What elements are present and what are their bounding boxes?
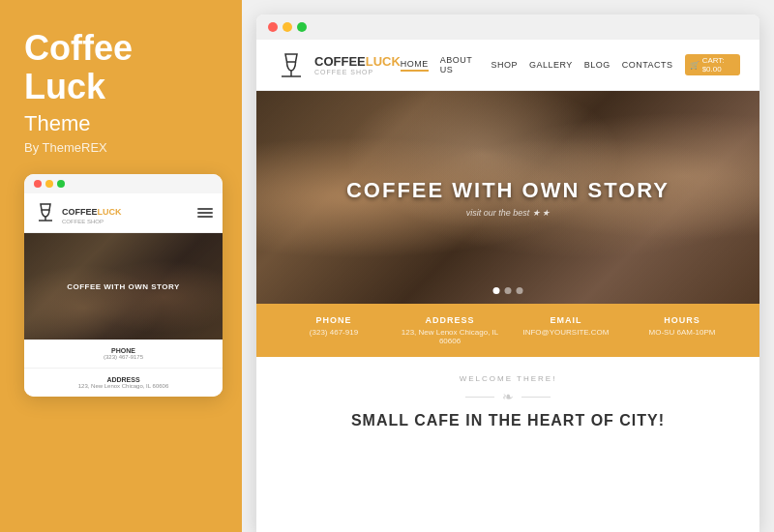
desktop-hero-title: COFFEE WITH OWN STORY [346,178,670,203]
desktop-logo-icon [276,49,307,80]
desktop-logo-brand: COFFEELUCK [314,54,401,69]
mobile-logo-sub: COFFEE SHOP [62,219,122,224]
nav-blog[interactable]: BLOG [584,60,610,70]
mobile-logo-icon [34,201,57,224]
info-phone: PHONE (323) 467-919 [276,315,392,345]
info-email-value: INFO@YOURSITE.COM [508,328,624,337]
info-address-label: ADDRESS [392,315,508,325]
browser-window: COFFEELUCK COFFEE SHOP HOME ABOUT US SHO… [256,15,759,532]
nav-about[interactable]: ABOUT US [440,55,480,74]
mobile-mockup: COFFEELUCK COFFEE SHOP COFFEE WITH OWN S… [24,174,223,397]
divider-line-left [465,397,494,398]
welcome-divider: ❧ [276,389,740,404]
mobile-hero-title: COFFEE WITH OWN STORY [67,282,180,291]
mobile-phone-section: PHONE (323) 467-9175 [24,340,223,368]
nav-contacts[interactable]: CONTACTS [622,60,673,70]
theme-subtitle: Theme [24,111,218,136]
cart-badge[interactable]: 🛒 CART: $0.00 [685,54,740,75]
mobile-address-section: ADDRESS 123, New Lenox Chicago, IL 60606 [24,368,223,397]
browser-dot-green [297,22,307,32]
mobile-dot-yellow [45,180,53,188]
hero-dot-1[interactable] [493,287,500,294]
mobile-phone-label: PHONE [34,347,213,354]
mobile-hero-text-container: COFFEE WITH OWN STORY [67,282,180,291]
desktop-hero: COFFEE WITH OWN STORY visit our the best… [256,91,759,304]
browser-top-bar [256,15,759,40]
mobile-top-bar [24,174,223,193]
mobile-phone-value: (323) 467-9175 [34,354,213,360]
nav-home[interactable]: HOME [401,59,429,72]
info-hours-label: HOURS [624,315,740,325]
mobile-hamburger-icon[interactable] [197,208,213,218]
info-hours: HOURS MO-SU 6AM-10PM [624,315,740,345]
mobile-address-value: 123, New Lenox Chicago, IL 60606 [34,383,213,389]
divider-icon: ❧ [502,389,514,404]
welcome-text: WELCOME THERE! [276,374,740,383]
bottom-section: WELCOME THERE! ❧ SMALL CAFE IN THE HEART… [256,357,759,447]
mobile-nav: COFFEELUCK COFFEE SHOP [24,193,223,233]
info-address-value: 123, New Lenox Chicago, IL 60606 [392,328,508,345]
cart-text: CART: $0.00 [702,56,735,74]
browser-dot-red [268,22,278,32]
hero-dot-2[interactable] [505,287,512,294]
info-phone-value: (323) 467-919 [276,328,392,337]
mobile-dot-red [34,180,42,188]
info-email-label: EMAIL [508,315,624,325]
cart-icon: 🛒 [690,61,700,70]
left-panel: Coffee Luck Theme By ThemeREX COFFE [0,0,242,532]
desktop-logo: COFFEELUCK COFFEE SHOP [276,49,401,80]
hero-dots [493,287,523,294]
nav-shop[interactable]: SHOP [491,60,518,70]
mobile-logo-text: COFFEELUCK COFFEE SHOP [62,201,122,224]
info-hours-value: MO-SU 6AM-10PM [624,328,740,337]
info-phone-label: PHONE [276,315,392,325]
mobile-address-label: ADDRESS [34,376,213,383]
mobile-hero: COFFEE WITH OWN STORY [24,233,223,340]
info-bar: PHONE (323) 467-919 ADDRESS 123, New Len… [256,304,759,357]
mobile-logo-area: COFFEELUCK COFFEE SHOP [34,201,122,224]
info-address: ADDRESS 123, New Lenox Chicago, IL 60606 [392,315,508,345]
mobile-dot-green [57,180,65,188]
nav-gallery[interactable]: GALLERY [529,60,573,70]
desktop-nav-links: HOME ABOUT US SHOP GALLERY BLOG CONTACTS… [401,54,740,75]
theme-by: By ThemeREX [24,140,218,155]
hero-dot-3[interactable] [517,287,523,294]
right-panel: COFFEELUCK COFFEE SHOP HOME ABOUT US SHO… [242,0,774,532]
theme-title: Coffee Luck [24,29,218,105]
divider-line-right [521,397,551,398]
desktop-nav: COFFEELUCK COFFEE SHOP HOME ABOUT US SHO… [256,40,759,91]
desktop-hero-subtitle: visit our the best ★ ★ [466,208,551,218]
desktop-logo-sub: COFFEE SHOP [314,69,401,75]
bottom-heading: SMALL CAFE IN THE HEART OF CITY! [276,412,740,429]
desktop-logo-text-area: COFFEELUCK COFFEE SHOP [314,54,401,75]
info-email: EMAIL INFO@YOURSITE.COM [508,315,624,345]
browser-content: COFFEELUCK COFFEE SHOP HOME ABOUT US SHO… [256,40,759,532]
browser-dot-yellow [283,22,292,32]
